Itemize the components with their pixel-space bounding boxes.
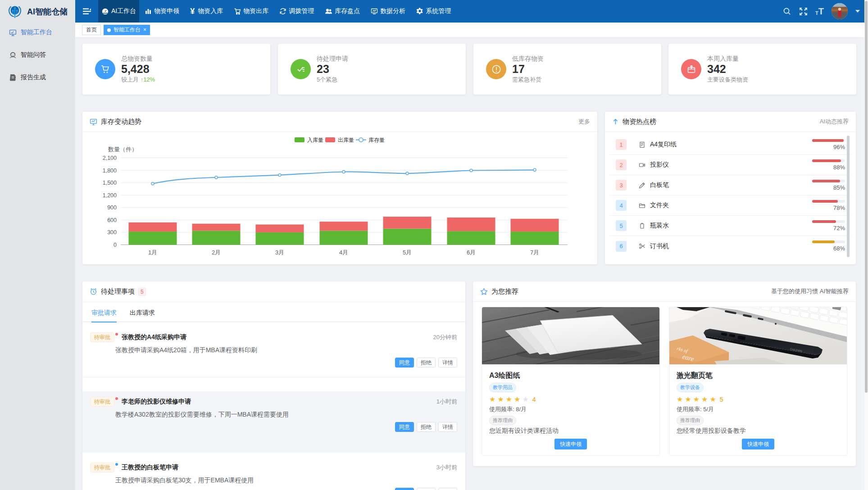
svg-text:库存量: 库存量 [368,137,385,143]
svg-text:2月: 2月 [212,249,221,256]
svg-text:3月: 3月 [275,249,284,256]
svg-text:6月: 6月 [467,249,476,256]
svg-text:600: 600 [107,217,117,223]
svg-text:1月: 1月 [148,249,157,256]
svg-text:入库量: 入库量 [307,137,323,143]
svg-text:2,100: 2,100 [103,155,117,161]
svg-text:1,800: 1,800 [103,168,117,174]
svg-text:1,200: 1,200 [103,192,117,199]
svg-text:7月: 7月 [530,249,539,256]
svg-text:4月: 4月 [339,249,348,256]
svg-text:5月: 5月 [403,249,412,256]
svg-text:900: 900 [107,204,117,211]
svg-text:数量（件）: 数量（件） [108,146,137,153]
svg-text:0: 0 [114,242,117,248]
svg-text:出库量: 出库量 [338,137,354,143]
svg-text:300: 300 [107,229,117,236]
svg-text:1,500: 1,500 [103,180,117,186]
